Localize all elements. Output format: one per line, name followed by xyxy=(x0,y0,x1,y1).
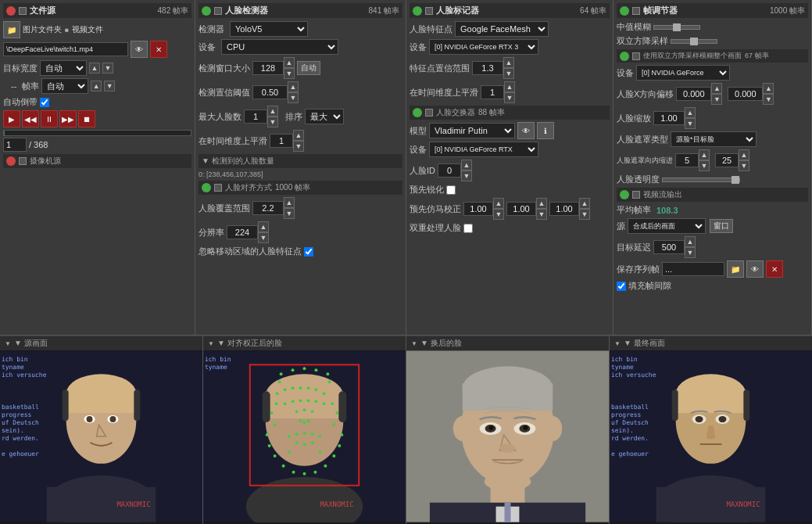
scale-input[interactable] xyxy=(653,111,685,125)
window-size-down[interactable]: ▼ xyxy=(284,68,295,79)
face-id-input[interactable] xyxy=(438,163,461,178)
max-faces-down[interactable]: ▼ xyxy=(267,117,278,127)
color-g-up[interactable]: ▲ xyxy=(536,198,547,209)
delay-down[interactable]: ▼ xyxy=(685,247,696,258)
double-process-checkbox[interactable] xyxy=(463,224,473,233)
color-b-up[interactable]: ▲ xyxy=(579,198,590,209)
checkbox-align[interactable] xyxy=(214,184,222,192)
color-r-down[interactable]: ▼ xyxy=(493,209,504,220)
progress-bar-container[interactable] xyxy=(3,130,191,136)
save-eye-icon[interactable]: 👁 xyxy=(746,260,764,278)
threshold-up[interactable]: ▲ xyxy=(288,81,299,92)
cover-down[interactable]: ▼ xyxy=(284,208,295,219)
range-down[interactable]: ▼ xyxy=(503,68,514,79)
cover-input[interactable] xyxy=(252,201,284,215)
bilateral-slider[interactable] xyxy=(671,39,717,44)
checkbox-adjuster[interactable] xyxy=(632,7,640,15)
checkbox-camera[interactable] xyxy=(19,157,27,165)
color-b-down[interactable]: ▼ xyxy=(579,209,590,220)
target-width-down[interactable]: ▼ xyxy=(102,63,113,74)
face-id-down[interactable]: ▼ xyxy=(461,170,472,181)
eye-icon[interactable]: 👁 xyxy=(131,41,148,58)
color-g-down[interactable]: ▼ xyxy=(536,209,547,220)
model-eye-icon[interactable]: 👁 xyxy=(517,122,535,139)
marker-smooth-down[interactable]: ▼ xyxy=(504,92,515,103)
scale-up[interactable]: ▲ xyxy=(685,107,696,118)
marker-smooth-input[interactable] xyxy=(481,85,504,99)
checkbox-swapper[interactable] xyxy=(425,109,433,117)
pre-sharpen-checkbox[interactable] xyxy=(446,185,456,195)
marker-smooth-up[interactable]: ▲ xyxy=(504,81,515,92)
adj-device-select[interactable]: [0] NVIDIA GeForce xyxy=(636,65,730,81)
window-size-up[interactable]: ▲ xyxy=(284,57,295,68)
power-btn-bilateral[interactable] xyxy=(620,52,629,61)
erode-input[interactable] xyxy=(675,153,699,167)
checkbox-marker[interactable] xyxy=(425,7,433,15)
offset-y-down[interactable]: ▼ xyxy=(763,94,774,105)
back-btn[interactable]: ◀◀ xyxy=(22,110,39,127)
resolution-down[interactable]: ▼ xyxy=(258,232,269,243)
offset-x-down[interactable]: ▼ xyxy=(711,94,722,105)
model-select[interactable]: Vladimir Putin xyxy=(429,123,515,138)
threshold-down[interactable]: ▼ xyxy=(288,92,299,103)
stream-source-select[interactable]: 合成后的画面 xyxy=(628,218,706,234)
frame-current-input[interactable] xyxy=(3,138,27,152)
marker-device-select[interactable]: [0] NVIDIA GeForce RTX 3 xyxy=(429,39,538,55)
target-width-up[interactable]: ▲ xyxy=(89,63,100,74)
resolution-input[interactable] xyxy=(227,225,258,239)
max-faces-input[interactable] xyxy=(244,109,267,124)
erode-up[interactable]: ▲ xyxy=(699,149,710,160)
detector-select[interactable]: YoloV5 xyxy=(230,21,308,37)
stop-btn[interactable]: ⏹ xyxy=(78,110,95,127)
blur-up[interactable]: ▲ xyxy=(739,149,749,160)
fwd-btn[interactable]: ▶▶ xyxy=(59,110,77,127)
median-slider[interactable] xyxy=(653,25,700,30)
color-r-up[interactable]: ▲ xyxy=(493,198,504,209)
pause-btn[interactable]: ⏸ xyxy=(41,110,58,127)
power-btn-swapper[interactable] xyxy=(413,108,422,117)
checkbox-bilateral[interactable] xyxy=(632,52,640,60)
swapper-device-select[interactable]: [0] NVIDIA GeForce RTX xyxy=(429,142,538,157)
power-btn-detect[interactable] xyxy=(202,6,211,16)
checkbox-detect[interactable] xyxy=(214,7,222,15)
save-close-icon[interactable]: ✕ xyxy=(766,260,783,278)
power-btn-source[interactable] xyxy=(6,6,16,16)
offset-y-up[interactable]: ▲ xyxy=(763,83,774,94)
folder-icon[interactable]: 📁 xyxy=(3,21,20,38)
window-btn[interactable]: 窗口 xyxy=(710,219,733,233)
power-btn-marker[interactable] xyxy=(413,6,422,16)
fill-gap-checkbox[interactable] xyxy=(617,282,626,291)
delay-up[interactable]: ▲ xyxy=(685,236,696,247)
threshold-input[interactable] xyxy=(252,85,288,99)
auto-loop-checkbox[interactable] xyxy=(40,98,49,107)
window-size-input[interactable] xyxy=(252,61,284,75)
landmark-select[interactable]: Google FaceMesh xyxy=(455,21,549,37)
offset-x-up[interactable]: ▲ xyxy=(711,83,722,94)
fps-up[interactable]: ▲ xyxy=(91,81,102,92)
color-g-input[interactable] xyxy=(506,202,536,216)
max-faces-up[interactable]: ▲ xyxy=(267,106,278,117)
delay-input[interactable] xyxy=(653,240,685,254)
power-btn-stream[interactable] xyxy=(620,190,629,199)
close-file-btn[interactable]: ✕ xyxy=(150,41,167,58)
power-btn-camera[interactable] xyxy=(6,156,16,166)
blur-input[interactable] xyxy=(715,153,739,167)
fps-down[interactable]: ▼ xyxy=(104,81,115,92)
offset-x-input[interactable] xyxy=(676,87,711,101)
offset-y-input[interactable] xyxy=(728,87,763,101)
scale-down[interactable]: ▼ xyxy=(685,118,696,129)
opacity-slider[interactable] xyxy=(662,178,740,182)
fps-select[interactable]: 自动 xyxy=(41,78,88,94)
range-up[interactable]: ▲ xyxy=(503,57,514,68)
device-select[interactable]: CPU xyxy=(221,39,338,55)
color-b-input[interactable] xyxy=(549,202,579,216)
file-path-input[interactable] xyxy=(3,42,128,56)
sort-select[interactable]: 最大 xyxy=(305,109,344,124)
smooth-input[interactable] xyxy=(270,134,293,148)
auto-btn[interactable]: 自动 xyxy=(297,61,320,75)
ignore-checkbox[interactable] xyxy=(304,247,313,257)
model-info-icon[interactable]: ℹ xyxy=(537,122,554,139)
checkbox-source[interactable] xyxy=(19,7,27,15)
play-btn[interactable]: ▶ xyxy=(3,110,20,127)
resolution-up[interactable]: ▲ xyxy=(258,221,269,232)
